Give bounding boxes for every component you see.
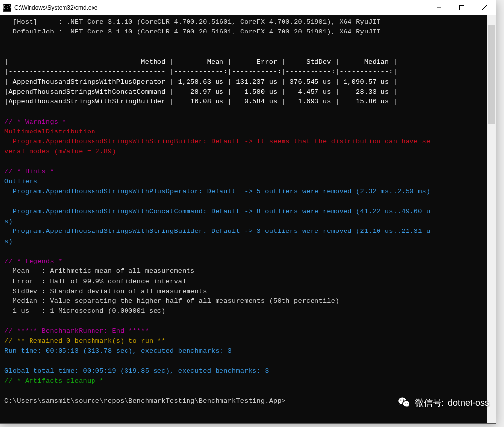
- run-time: Run time: 00:05:13 (313.78 sec), execute…: [4, 347, 232, 355]
- job-info: .NET Core 3.1.10 (CoreCLR 4.700.20.51601…: [66, 28, 381, 35]
- cmd-window: C:\ C:\Windows\System32\cmd.exe [Host] :…: [0, 0, 496, 424]
- table-divider: |-------------------------------------- …: [4, 68, 397, 75]
- hint-line: Program.AppendThousandStringsWithStringB…: [4, 228, 430, 235]
- prompt-path: C:\Users\samsmit\source\repos\BenchmarkT…: [4, 397, 285, 405]
- scrollbar-thumb[interactable]: [488, 25, 495, 124]
- terminal-area: [Host] : .NET Core 3.1.10 (CoreCLR 4.700…: [0, 15, 496, 423]
- title-bar[interactable]: C:\ C:\Windows\System32\cmd.exe: [0, 0, 496, 15]
- host-label: [Host]: [13, 18, 37, 26]
- artifacts-cleanup: // * Artifacts cleanup *: [4, 377, 104, 385]
- hint-line: s): [4, 238, 13, 245]
- app-icon: C:\: [3, 4, 11, 12]
- hint-line: Program.AppendThousandStringsWithConcatC…: [4, 208, 430, 215]
- minimize-button[interactable]: [428, 0, 450, 15]
- warnings-text: Program.AppendThousandStringsWithStringB…: [4, 138, 430, 145]
- window-controls: [428, 0, 496, 15]
- runner-end: // ***** BenchmarkRunner: End *****: [4, 328, 149, 335]
- close-button[interactable]: [473, 0, 496, 15]
- window-title: C:\Windows\System32\cmd.exe: [14, 4, 428, 11]
- job-label: DefaultJob: [13, 28, 54, 35]
- remained-line: // ** Remained 0 benchmark(s) to run **: [4, 337, 166, 345]
- table-header: | Method | Mean | Error | StdDev | Media…: [4, 58, 397, 66]
- global-time: Global total time: 00:05:19 (319.85 sec)…: [4, 367, 269, 375]
- terminal-output[interactable]: [Host] : .NET Core 3.1.10 (CoreCLR 4.700…: [0, 15, 487, 423]
- table-row: |AppendThousandStringsWithStringBuilder …: [4, 98, 397, 105]
- host-info: .NET Core 3.1.10 (CoreCLR 4.700.20.51601…: [66, 18, 381, 26]
- legend-line: 1 us : 1 Microsecond (0.000001 sec): [4, 307, 166, 315]
- hint-line: s): [4, 218, 13, 225]
- table-row: | AppendThousandStringsWithPlusOperator …: [4, 78, 397, 86]
- legend-line: Mean : Arithmetic mean of all measuremen…: [4, 267, 194, 275]
- legends-header: // * Legends *: [4, 258, 63, 265]
- hints-header: // * Hints *: [4, 168, 54, 175]
- legend-line: Median : Value separating the higher hal…: [4, 297, 340, 305]
- warnings-header: // * Warnings *: [4, 118, 66, 126]
- outliers-label: Outliers: [4, 178, 37, 185]
- close-icon: [482, 5, 487, 10]
- svg-rect-1: [460, 5, 464, 10]
- maximize-button[interactable]: [450, 0, 473, 15]
- minimize-icon: [437, 5, 441, 10]
- legend-line: StdDev : Standard deviation of all measu…: [4, 288, 207, 295]
- legend-line: Error : Half of 99.9% confidence interva…: [4, 278, 187, 285]
- warnings-dist-label: MultimodalDistribution: [4, 128, 95, 135]
- warnings-text: veral modes (mValue = 2.89): [4, 148, 116, 155]
- maximize-icon: [459, 5, 464, 10]
- vertical-scrollbar[interactable]: [487, 15, 496, 423]
- table-row: |AppendThousandStringsWithConcatCommand …: [4, 88, 397, 96]
- hint-line: Program.AppendThousandStringsWithPlusOpe…: [4, 188, 430, 195]
